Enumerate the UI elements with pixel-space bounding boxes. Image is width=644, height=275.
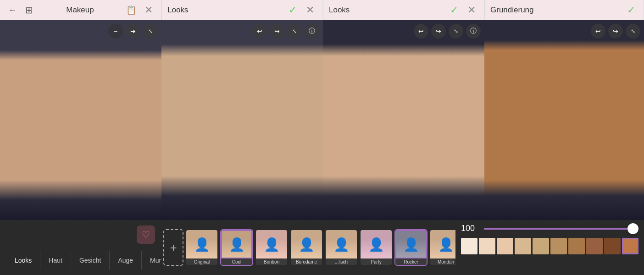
look-thumb-rocker[interactable]: 👤 Rocker (394, 229, 427, 266)
opacity-slider-track[interactable] (484, 228, 638, 230)
looks1-section-header: Looks ✓ ✕ (161, 0, 323, 20)
info-icon-3[interactable]: ⓘ (466, 24, 481, 38)
slider-fill (484, 228, 638, 230)
look-face-rocker: 👤 (395, 230, 427, 258)
tab-looks[interactable]: Looks (6, 251, 40, 270)
face-panel-3: ↩ ↪ ⤡ ⓘ (323, 20, 484, 220)
face-image-3 (323, 20, 484, 220)
undo-icon-3[interactable]: ↩ (414, 24, 428, 38)
face-image-4 (484, 20, 644, 220)
color-swatch-0[interactable] (461, 238, 477, 254)
redo-icon-4[interactable]: ↪ (608, 24, 623, 38)
look-thumb-cool[interactable]: 👤 Cool (220, 229, 253, 266)
look-label-rocker: Rocker (395, 258, 427, 266)
slider-thumb[interactable] (627, 223, 638, 234)
look-label-modan: Mondän (430, 258, 455, 266)
look-face-bonbon: 👤 (256, 230, 287, 258)
makeup-close-button[interactable]: ✕ (142, 3, 155, 17)
look-label-original: Original (186, 258, 217, 266)
color-swatch-9[interactable] (622, 238, 638, 254)
looks2-title: Looks (329, 6, 350, 15)
top-bar: ← ⊞ Makeup 📋 ✕ Looks ✓ ✕ Looks ✓ ✕ Grund… (0, 0, 644, 20)
color-swatch-2[interactable] (497, 238, 513, 254)
look-face-party: 👤 (361, 230, 392, 258)
tab-haut[interactable]: Haut (40, 251, 71, 270)
looks1-close-button[interactable]: ✕ (303, 3, 317, 17)
look-face-cool: 👤 (221, 230, 252, 258)
look-thumb-bonbon[interactable]: 👤 Bonbon (255, 229, 288, 266)
undo-icon-4[interactable]: ↩ (591, 24, 605, 38)
makeup-title: Makeup (66, 6, 94, 15)
look-face-modan: 👤 (430, 230, 455, 258)
color-swatch-4[interactable] (533, 238, 549, 254)
makeup-section-header: ← ⊞ Makeup 📋 ✕ (0, 0, 161, 20)
redo-icon-1[interactable]: ➔ (126, 24, 140, 38)
doc-icon[interactable]: 📋 (124, 3, 138, 17)
crop-icon-4[interactable]: ⤡ (626, 24, 640, 38)
crop-icon-1[interactable]: ⤡ (143, 24, 158, 38)
panel3-overlay: ↩ ↪ ⤡ ⓘ (323, 24, 484, 38)
face-panel-4: ↩ ↪ ⤡ (484, 20, 644, 220)
looks2-close-button[interactable]: ✕ (465, 3, 478, 17)
panel4-overlay: ↩ ↪ ⤡ (484, 24, 644, 38)
look-thumb-lisch[interactable]: 👤 ...lisch (325, 229, 358, 266)
look-face-original: 👤 (186, 230, 217, 258)
main-content: − ➔ ⤡ ↩ ↪ ⤡ ⓘ ↩ ↪ ⤡ ⓘ ↩ ↪ ⤡ (0, 20, 644, 220)
bottom-panel-1: ♡ Looks Haut Gesicht Auge Mund (0, 220, 161, 275)
panel1-overlay: − ➔ ⤡ (0, 24, 161, 38)
color-swatch-3[interactable] (515, 238, 531, 254)
grundierung-section-header: Grundierung ✓ (484, 0, 644, 20)
look-face-burodame: 👤 (291, 230, 322, 258)
looks2-check-button[interactable]: ✓ (447, 3, 461, 17)
grundierung-title: Grundierung (490, 6, 534, 15)
look-thumb-original[interactable]: 👤 Original (185, 229, 218, 266)
heart-button[interactable]: ♡ (137, 226, 155, 244)
grundierung-check-button[interactable]: ✓ (624, 3, 638, 17)
info-icon-2[interactable]: ⓘ (305, 24, 319, 38)
face-panel-2: ↩ ↪ ⤡ ⓘ (161, 20, 323, 220)
panel2-overlay: ↩ ↪ ⤡ ⓘ (161, 24, 323, 38)
redo-icon-2[interactable]: ↪ (270, 24, 284, 38)
look-label-burodame: Bürodame (291, 258, 322, 266)
look-label-party: Party (361, 258, 392, 266)
face-image-2 (161, 20, 323, 220)
face-image-1 (0, 20, 161, 220)
tab-auge[interactable]: Auge (110, 251, 142, 270)
looks2-section-header: Looks ✓ ✕ (323, 0, 484, 20)
color-swatch-8[interactable] (604, 238, 621, 254)
look-thumb-modan[interactable]: 👤 Mondän (429, 229, 455, 266)
look-label-cool: Cool (221, 258, 252, 266)
crop-icon-2[interactable]: ⤡ (287, 24, 302, 38)
bottom-tabs: Looks Haut Gesicht Auge Mund (6, 251, 155, 270)
look-thumb-party[interactable]: 👤 Party (360, 229, 393, 266)
grid-icon[interactable]: ⊞ (22, 3, 36, 17)
color-swatches (461, 238, 638, 254)
slider-value-label: 100 (461, 224, 479, 233)
look-label-lisch: ...lisch (326, 258, 357, 266)
look-thumb-burodame[interactable]: 👤 Bürodame (290, 229, 323, 266)
face-panel-1: − ➔ ⤡ (0, 20, 161, 220)
look-label-bonbon: Bonbon (256, 258, 287, 266)
color-swatch-5[interactable] (550, 238, 567, 254)
crop-icon-3[interactable]: ⤡ (449, 24, 463, 38)
back-button[interactable]: ← (6, 3, 19, 17)
opacity-slider-row: 100 (461, 224, 638, 233)
looks1-title: Looks (167, 6, 188, 15)
color-swatch-7[interactable] (586, 238, 603, 254)
undo-icon-2[interactable]: ↩ (252, 24, 267, 38)
add-look-button[interactable]: + (163, 229, 183, 266)
grundierung-panel: 100 (455, 220, 644, 275)
looks-thumbnails-area: + 👤 Original 👤 Cool 👤 Bonbon 👤 Bürodame … (161, 220, 455, 275)
redo-icon-3[interactable]: ↪ (431, 24, 446, 38)
bottom-area: ♡ Looks Haut Gesicht Auge Mund + 👤 Origi… (0, 220, 644, 275)
color-swatch-6[interactable] (568, 238, 585, 254)
color-swatch-1[interactable] (479, 238, 495, 254)
tab-gesicht[interactable]: Gesicht (71, 251, 110, 270)
looks1-check-button[interactable]: ✓ (286, 3, 300, 17)
undo-icon-1[interactable]: − (108, 24, 123, 38)
look-face-lisch: 👤 (326, 230, 357, 258)
